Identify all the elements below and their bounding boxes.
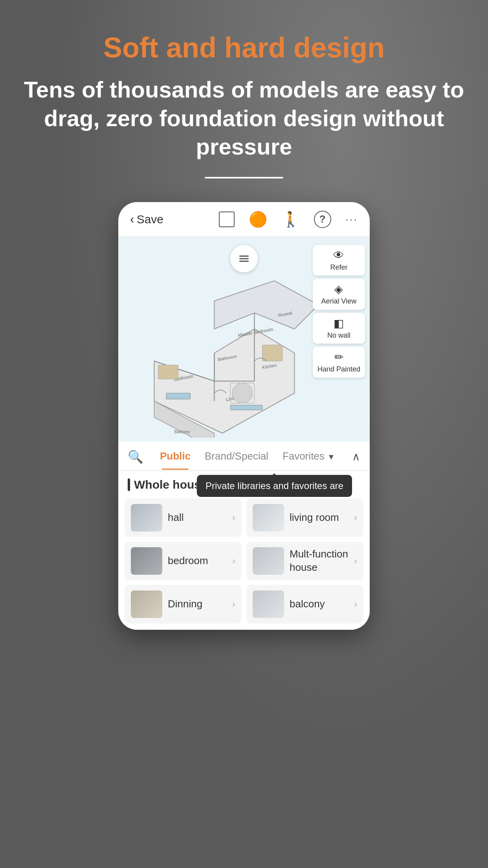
list-item[interactable]: living room › — [246, 498, 363, 537]
room-name: bedroom — [168, 554, 227, 568]
refer-button[interactable]: 👁 Refer — [313, 245, 365, 276]
search-icon[interactable]: 🔍 — [128, 449, 143, 471]
room-arrow-icon: › — [232, 599, 235, 610]
svg-rect-2 — [239, 261, 249, 262]
room-grid: hall › living room › bedroom › — [118, 494, 370, 630]
svg-text:Balcony: Balcony — [174, 429, 190, 434]
layers-icon[interactable] — [219, 211, 235, 227]
right-controls: 👁 Refer ◈ Aerial View ◧ No wall ✏ Hand P… — [313, 245, 365, 378]
list-item[interactable]: hall › — [125, 498, 242, 537]
aerial-view-button[interactable]: ◈ Aerial View — [313, 279, 365, 310]
room-arrow-icon: › — [354, 599, 357, 610]
phone-mockup: ‹ Save 🟠 🚶 ? ··· — [118, 202, 370, 630]
topbar-icons: 🟠 🚶 ? ··· — [219, 211, 358, 228]
refer-icon: 👁 — [333, 249, 344, 262]
3d-cube-icon[interactable]: 🟠 — [249, 211, 267, 228]
hand-paint-icon: ✏ — [334, 351, 343, 364]
room-arrow-icon: › — [232, 555, 235, 566]
refer-label: Refer — [330, 263, 347, 272]
tab-favorites[interactable]: Favorites ▼ — [275, 450, 342, 469]
svg-rect-10 — [166, 393, 190, 399]
room-thumbnail — [253, 504, 284, 531]
layers-button[interactable] — [230, 245, 258, 272]
no-wall-icon: ◧ — [334, 317, 344, 330]
back-chevron-icon: ‹ — [130, 212, 134, 226]
tab-brand[interactable]: Brand/Special — [198, 450, 275, 469]
aerial-label: Aerial View — [321, 297, 357, 306]
tooltip-bubble: Private libraries and favorites are — [197, 475, 352, 497]
no-wall-button[interactable]: ◧ No wall — [313, 313, 365, 344]
list-item[interactable]: Mult-function house › — [246, 542, 363, 580]
room-arrow-icon: › — [354, 512, 357, 523]
room-arrow-icon: › — [232, 512, 235, 523]
walk-icon[interactable]: 🚶 — [281, 211, 300, 228]
svg-rect-0 — [239, 256, 249, 257]
favorites-dropdown-icon: ▼ — [327, 452, 335, 461]
top-bar: ‹ Save 🟠 🚶 ? ··· — [118, 202, 370, 237]
hand-paint-label: Hand Painted — [317, 365, 360, 374]
room-name: Mult-function house — [290, 548, 349, 574]
room-thumbnail — [131, 590, 162, 618]
no-wall-label: No wall — [327, 331, 350, 340]
room-thumbnail — [131, 504, 162, 531]
back-button[interactable]: ‹ Save — [130, 212, 163, 226]
page-wrapper: Soft and hard design Tens of thousands o… — [0, 0, 488, 630]
room-thumbnail — [131, 547, 162, 575]
tab-public[interactable]: Public — [153, 450, 198, 469]
page-title: Soft and hard design — [103, 31, 385, 64]
header-divider — [205, 177, 283, 178]
room-name: hall — [168, 511, 227, 524]
room-thumbnail — [253, 590, 284, 618]
list-item[interactable]: Dinning › — [125, 585, 242, 623]
room-arrow-icon: › — [354, 555, 357, 566]
bottom-panel: 🔍 Public Brand/Special Favorites ▼ ∧ Who… — [118, 441, 370, 630]
page-subtitle: Tens of thousands of models are easy to … — [0, 75, 488, 161]
room-name: balcony — [290, 598, 349, 611]
list-item[interactable]: bedroom › — [125, 542, 242, 580]
aerial-icon: ◈ — [334, 283, 343, 296]
svg-rect-19 — [262, 345, 283, 361]
tab-bar: 🔍 Public Brand/Special Favorites ▼ ∧ — [118, 441, 370, 471]
floorplan-illustration: Bedroom Living Room Kitchen Bathroom Mas… — [126, 268, 327, 438]
svg-rect-1 — [239, 258, 249, 259]
svg-rect-11 — [230, 405, 262, 410]
floorplan-area: 👁 Refer ◈ Aerial View ◧ No wall ✏ Hand P… — [118, 237, 370, 441]
svg-point-20 — [232, 383, 252, 403]
hand-painted-button[interactable]: ✏ Hand Painted — [313, 347, 365, 378]
room-thumbnail — [253, 547, 284, 575]
room-name: Dinning — [168, 598, 227, 611]
more-button[interactable]: ··· — [345, 213, 358, 226]
svg-rect-18 — [158, 365, 178, 379]
collapse-button[interactable]: ∧ — [352, 450, 360, 469]
tooltip-area: Whole house Private libraries and favori… — [118, 471, 370, 494]
save-label: Save — [137, 213, 163, 226]
list-item[interactable]: balcony › — [246, 585, 363, 623]
help-button[interactable]: ? — [314, 211, 331, 228]
room-name: living room — [290, 511, 349, 524]
svg-marker-8 — [214, 281, 318, 329]
